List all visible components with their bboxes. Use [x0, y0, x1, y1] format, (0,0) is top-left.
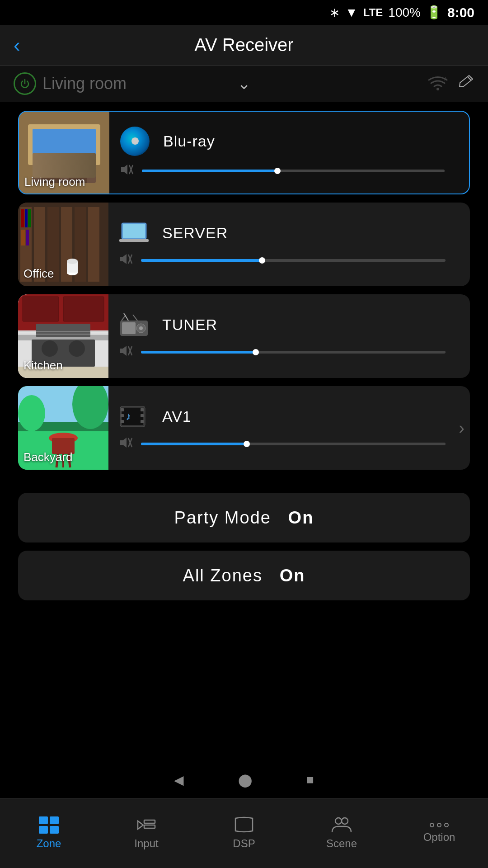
svg-rect-29	[119, 239, 149, 242]
laptop-icon	[119, 221, 149, 245]
zone-info-kitchen: TUNER	[108, 312, 456, 360]
scroll-right-icon: ›	[459, 418, 465, 438]
zone-source-row-office: SERVER	[119, 221, 446, 245]
radio-icon	[119, 312, 149, 337]
zone-volume-row[interactable]	[120, 163, 445, 179]
svg-rect-68	[121, 414, 124, 417]
clock: 8:00	[447, 5, 474, 20]
nav-item-zone[interactable]: Zone	[0, 798, 98, 868]
source-name-backyard: AV1	[162, 408, 192, 425]
svg-rect-72	[141, 420, 144, 423]
zone-right-actions: ♪	[427, 73, 474, 94]
zone-card-living-room[interactable]: Living room Blu-ray	[18, 111, 470, 194]
nav-item-dsp[interactable]: DSP	[195, 798, 293, 868]
battery-percent: 100%	[388, 5, 421, 20]
svg-rect-19	[21, 209, 24, 227]
scene-tab-label: Scene	[326, 837, 357, 850]
zone-source-row-kitchen: TUNER	[119, 312, 446, 337]
wifi-icon: ▼	[345, 5, 358, 20]
svg-rect-22	[21, 230, 25, 245]
current-zone-power[interactable]: Living room	[14, 72, 127, 95]
zone-thumb-backyard: Backyard	[18, 386, 108, 470]
zones-list: Living room Blu-ray	[0, 102, 488, 479]
svg-rect-39	[36, 324, 90, 337]
svg-text:♪: ♪	[126, 410, 131, 422]
bluray-disc-icon	[120, 127, 150, 156]
zone-tab-label: Zone	[37, 837, 61, 850]
battery-icon: 🔋	[426, 5, 442, 20]
edit-icon[interactable]	[458, 74, 474, 94]
signal-icon: LTE	[363, 6, 383, 19]
zone-source-row: Blu-ray	[120, 127, 445, 156]
svg-rect-18	[88, 207, 99, 282]
back-button[interactable]: ‹	[14, 35, 20, 55]
svg-marker-30	[120, 254, 127, 264]
nav-item-scene[interactable]: Scene	[293, 798, 390, 868]
zone-volume-row-office[interactable]	[119, 253, 446, 269]
svg-rect-23	[26, 230, 29, 245]
input-tab-icon	[136, 816, 157, 834]
zone-card-backyard[interactable]: Backyard ♪ AV1	[18, 386, 470, 470]
volume-track-kitchen[interactable]	[141, 351, 446, 354]
svg-marker-77	[138, 821, 143, 829]
svg-point-57	[18, 395, 45, 431]
all-zones-button[interactable]: All Zones On	[18, 551, 470, 600]
volume-fill-backyard	[141, 443, 248, 445]
svg-marker-74	[120, 438, 127, 448]
zone-label-backyard: Backyard	[23, 450, 72, 464]
zone-info-backyard: ♪ AV1	[108, 404, 456, 452]
zone-volume-row-backyard[interactable]	[119, 436, 446, 452]
svg-rect-4	[33, 129, 96, 160]
svg-point-42	[69, 340, 85, 357]
nav-item-input[interactable]: Input	[98, 798, 195, 868]
svg-point-81	[342, 818, 348, 824]
svg-rect-71	[141, 414, 144, 417]
app-header: ‹ AV Receiver	[0, 25, 488, 66]
zone-tab-icon	[39, 816, 59, 834]
zone-card-office[interactable]: Office SERVER	[18, 203, 470, 286]
mute-icon-kitchen[interactable]	[119, 344, 133, 360]
svg-rect-78	[144, 820, 155, 823]
dsp-tab-label: DSP	[233, 837, 255, 850]
bottom-navigation: Zone Input DSP Scene	[0, 798, 488, 868]
svg-point-26	[67, 259, 78, 264]
svg-point-0	[436, 88, 439, 90]
option-tab-icon	[430, 823, 449, 827]
zone-thumb-office: Office	[18, 203, 108, 286]
nav-recent-button[interactable]: ■	[306, 773, 314, 787]
volume-fill-living-room	[142, 170, 278, 172]
action-buttons-section: Party Mode On All Zones On	[0, 479, 488, 609]
volume-track-office[interactable]	[141, 259, 446, 262]
av1-icon: ♪	[119, 404, 149, 429]
mute-icon-office[interactable]	[119, 253, 133, 269]
scene-tab-icon	[331, 816, 352, 834]
source-name-living-room: Blu-ray	[163, 132, 215, 150]
svg-rect-36	[23, 297, 59, 321]
zone-thumb-kitchen: Kitchen	[18, 294, 108, 378]
volume-track-living-room[interactable]	[142, 170, 445, 172]
nav-back-button[interactable]: ◀	[174, 773, 184, 788]
dsp-tab-icon	[234, 816, 254, 834]
svg-rect-69	[121, 420, 124, 423]
status-icons: ∗ ▼ LTE 100% 🔋 8:00	[329, 5, 474, 20]
power-icon[interactable]	[14, 72, 36, 95]
input-tab-label: Input	[134, 837, 158, 850]
option-tab-label: Option	[423, 831, 455, 844]
mute-icon-living-room[interactable]	[120, 163, 134, 179]
svg-point-80	[335, 818, 342, 824]
party-mode-label: Party Mode On	[174, 508, 314, 528]
nav-home-button[interactable]: ⬤	[238, 773, 252, 788]
svg-text:♪: ♪	[444, 75, 447, 82]
zone-info-office: SERVER	[108, 221, 456, 269]
zone-card-kitchen[interactable]: Kitchen TUNER	[18, 294, 470, 378]
svg-rect-37	[63, 297, 104, 321]
zone-volume-row-kitchen[interactable]	[119, 344, 446, 360]
volume-track-backyard[interactable]	[141, 443, 446, 445]
zone-dropdown-button[interactable]: ⌄	[237, 74, 251, 93]
party-mode-button[interactable]: Party Mode On	[18, 493, 470, 542]
svg-rect-67	[121, 408, 124, 411]
nav-item-option[interactable]: Option	[390, 798, 488, 868]
mute-icon-backyard[interactable]	[119, 436, 133, 452]
status-bar: ∗ ▼ LTE 100% 🔋 8:00	[0, 0, 488, 25]
wireless-music-icon: ♪	[427, 73, 449, 94]
